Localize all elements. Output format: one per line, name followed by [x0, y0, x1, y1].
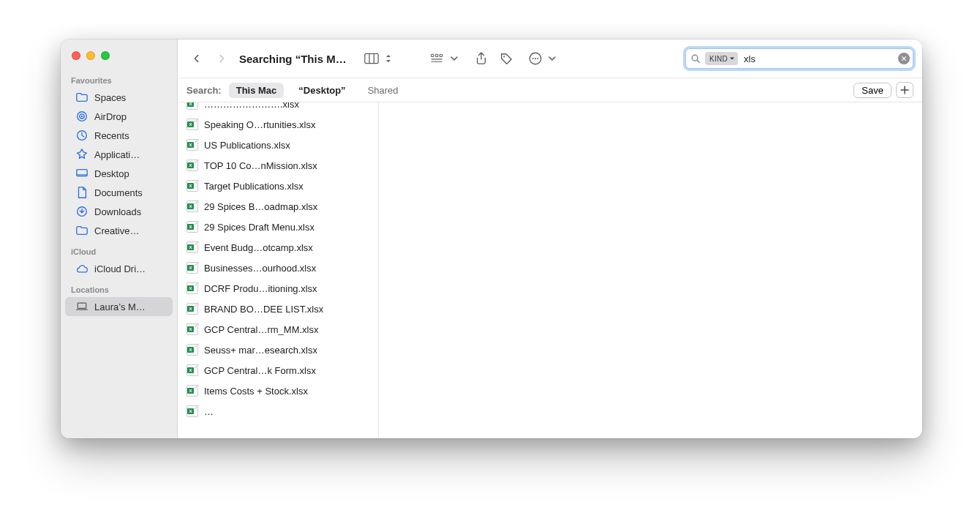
sidebar-item-fav-2[interactable]: Recents [65, 126, 173, 145]
result-filename: Speaking O…rtunities.xlsx [204, 119, 369, 130]
scope-this-mac[interactable]: This Mac [229, 83, 284, 98]
search-icon [690, 53, 701, 64]
svg-point-18 [532, 58, 534, 59]
view-options-stepper[interactable] [383, 48, 393, 69]
view-columns-button[interactable] [361, 48, 382, 69]
action-menu-button[interactable] [525, 48, 546, 69]
result-row[interactable]: X Businesses…ourhood.xlsx [178, 258, 378, 278]
recents-icon [75, 129, 88, 142]
excel-file-icon: X [186, 102, 198, 110]
save-search-button[interactable]: Save [853, 83, 892, 98]
excel-file-icon: X [186, 282, 198, 294]
ellipsis-circle-icon [528, 51, 543, 66]
svg-rect-8 [365, 53, 378, 63]
sidebar-item-fav-0[interactable]: Spaces [65, 88, 173, 107]
chevron-down-icon [549, 56, 556, 61]
action-menu-chevron[interactable] [547, 48, 557, 69]
result-filename: GCP Central…rm_MM.xlsx [204, 324, 369, 335]
result-row[interactable]: X Target Publications.xlsx [178, 176, 378, 196]
cloud-icon [75, 262, 88, 275]
close-window-button[interactable] [72, 51, 80, 60]
window-controls [61, 50, 177, 69]
excel-file-icon: X [186, 323, 198, 335]
result-row[interactable]: X Items Costs + Stock.xlsx [178, 381, 378, 401]
zoom-window-button[interactable] [101, 51, 110, 60]
result-row[interactable]: X Seuss+ mar…esearch.xlsx [178, 340, 378, 360]
svg-rect-11 [431, 54, 433, 56]
svg-rect-13 [440, 54, 442, 56]
result-row[interactable]: X …………………….xlsx [178, 102, 378, 114]
excel-file-icon: X [186, 364, 198, 376]
chevron-left-icon [192, 53, 202, 64]
back-button[interactable] [186, 48, 207, 69]
clear-search-button[interactable] [898, 53, 910, 64]
result-row[interactable]: X GCP Central…k Form.xlsx [178, 360, 378, 381]
results-area: X …………………….xlsx X Speaking O…rtunities.x… [178, 102, 922, 438]
sidebar-item-fav-7[interactable]: Creative… [65, 221, 173, 240]
result-filename: Businesses…ourhood.xlsx [204, 263, 369, 274]
result-filename: Items Costs + Stock.xlsx [204, 386, 369, 397]
svg-point-20 [537, 58, 538, 59]
result-filename: Seuss+ mar…esearch.xlsx [204, 345, 369, 356]
group-by-menu[interactable] [449, 48, 459, 69]
add-criteria-button[interactable] [896, 82, 913, 98]
minimize-window-button[interactable] [86, 51, 95, 60]
chevron-right-icon [216, 53, 227, 64]
result-row[interactable]: X GCP Central…rm_MM.xlsx [178, 319, 378, 340]
excel-file-icon: X [186, 180, 198, 192]
search-scope-bar: Search: This Mac “Desktop” Shared Save [178, 78, 922, 102]
sidebar-item-fav-1[interactable]: AirDrop [65, 107, 173, 126]
sidebar-item-icloud-0[interactable]: iCloud Dri… [65, 259, 173, 278]
result-filename: TOP 10 Co…nMission.xlsx [204, 160, 369, 171]
sidebar-item-label: Recents [94, 130, 167, 141]
result-row[interactable]: X Speaking O…rtunities.xlsx [178, 114, 378, 135]
apps-icon [75, 148, 88, 161]
sidebar-item-fav-5[interactable]: Documents [65, 183, 173, 202]
excel-file-icon: X [186, 405, 198, 417]
result-row[interactable]: X TOP 10 Co…nMission.xlsx [178, 155, 378, 176]
search-field[interactable]: KIND [685, 48, 913, 69]
forward-button[interactable] [211, 48, 232, 69]
svg-point-19 [535, 58, 536, 59]
result-row[interactable]: X 29 Spices B…oadmap.xlsx [178, 196, 378, 217]
tags-button[interactable] [496, 48, 516, 69]
group-by-button[interactable] [427, 48, 448, 69]
svg-rect-12 [435, 54, 437, 56]
result-row[interactable]: X … [178, 401, 378, 421]
share-button[interactable] [471, 48, 491, 69]
plus-icon [900, 86, 909, 94]
svg-point-2 [81, 116, 83, 117]
excel-file-icon: X [186, 262, 198, 274]
result-row[interactable]: X DCRF Produ…itioning.xlsx [178, 278, 378, 299]
sidebar-item-loc-0[interactable]: Laura’s M… [65, 297, 173, 316]
toolbar: Searching “This M… [178, 40, 922, 78]
svg-line-22 [697, 60, 699, 62]
sidebar-item-label: Applicati… [94, 149, 167, 160]
excel-file-icon: X [186, 344, 198, 356]
sidebar-item-label: Spaces [94, 92, 167, 103]
search-input[interactable] [742, 53, 894, 65]
sidebar: Favourites SpacesAirDropRecentsApplicati… [61, 40, 178, 438]
excel-file-icon: X [186, 241, 198, 253]
excel-file-icon: X [186, 385, 198, 397]
search-token-kind[interactable]: KIND [705, 52, 738, 65]
sidebar-item-fav-4[interactable]: Desktop [65, 164, 173, 183]
folder-icon [75, 224, 88, 237]
results-column[interactable]: X …………………….xlsx X Speaking O…rtunities.x… [178, 102, 379, 438]
result-row[interactable]: X 29 Spices Draft Menu.xlsx [178, 217, 378, 237]
folder-icon [75, 91, 88, 104]
sidebar-item-fav-3[interactable]: Applicati… [65, 145, 173, 164]
tag-icon [500, 52, 513, 65]
sidebar-section-icloud: iCloud [61, 240, 177, 259]
result-row[interactable]: X BRAND BO…DEE LIST.xlsx [178, 299, 378, 319]
result-row[interactable]: X Event Budg…otcamp.xlsx [178, 237, 378, 258]
laptop-icon [75, 300, 88, 313]
result-row[interactable]: X US Publications.xlsx [178, 135, 378, 155]
share-icon [475, 52, 487, 65]
sidebar-item-label: iCloud Dri… [94, 263, 167, 274]
sidebar-item-label: Laura’s M… [94, 301, 167, 312]
main-panel: Searching “This M… [178, 40, 922, 438]
scope-shared[interactable]: Shared [361, 83, 406, 98]
sidebar-item-fav-6[interactable]: Downloads [65, 202, 173, 221]
scope-desktop[interactable]: “Desktop” [291, 83, 353, 98]
